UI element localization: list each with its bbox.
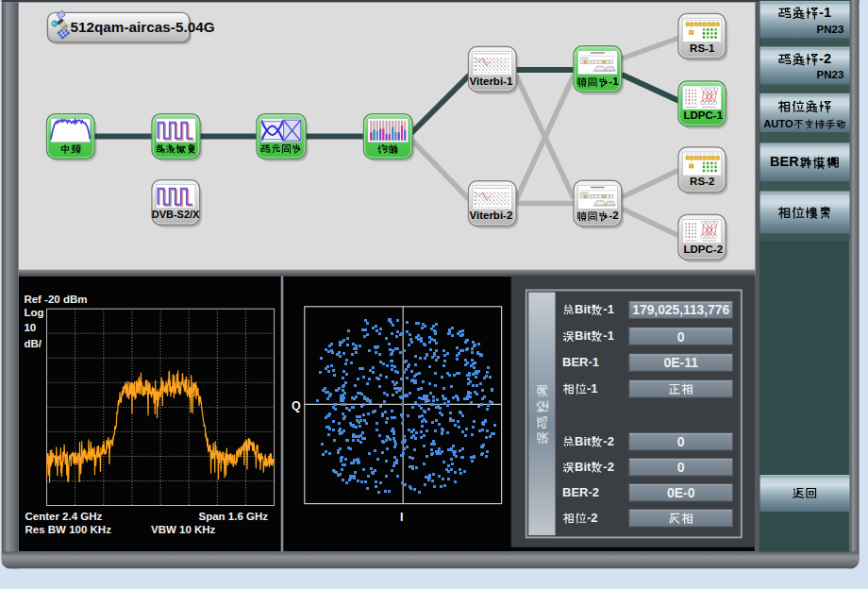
- svg-text:0E-0: 0E-0: [667, 485, 695, 500]
- svg-text:Center 2.4 GHz: Center 2.4 GHz: [25, 511, 103, 522]
- svg-text:AUTO: AUTO: [763, 118, 793, 129]
- svg-text:0: 0: [677, 434, 685, 449]
- svg-text:Bit: Bit: [575, 434, 592, 448]
- svg-text:Bit: Bit: [575, 302, 592, 316]
- svg-text:Q: Q: [292, 399, 301, 412]
- svg-text:VBW 10 KHz: VBW 10 KHz: [151, 524, 216, 535]
- svg-text:DVB-S2/X: DVB-S2/X: [152, 209, 200, 220]
- svg-text:Bit: Bit: [575, 460, 592, 474]
- svg-text:PN23: PN23: [817, 69, 844, 80]
- svg-text:RS-1: RS-1: [690, 42, 715, 54]
- svg-text:-2: -2: [609, 210, 618, 221]
- svg-text:Ref -20 dBm: Ref -20 dBm: [24, 294, 87, 305]
- svg-text:-2: -2: [587, 511, 598, 525]
- svg-text:PN23: PN23: [817, 24, 844, 35]
- svg-text:Bit: Bit: [575, 328, 592, 343]
- svg-text:0: 0: [677, 329, 685, 345]
- svg-text:-1: -1: [609, 76, 619, 87]
- svg-text:LDPC-2: LDPC-2: [684, 244, 724, 255]
- svg-text:LDPC-1: LDPC-1: [684, 109, 724, 121]
- svg-text:0E-11: 0E-11: [663, 355, 698, 370]
- svg-text:-1: -1: [603, 328, 614, 343]
- svg-text:I: I: [400, 511, 403, 524]
- svg-text:BER-2: BER-2: [562, 485, 599, 499]
- svg-text:Res BW 100 KHz: Res BW 100 KHz: [25, 524, 112, 535]
- svg-text:-2: -2: [603, 460, 614, 474]
- svg-text:Span 1.6 GHz: Span 1.6 GHz: [199, 511, 269, 522]
- svg-text:BER: BER: [770, 154, 799, 169]
- svg-text:179,025,113,776: 179,025,113,776: [632, 303, 729, 317]
- svg-text:Viterbi-1: Viterbi-1: [470, 76, 513, 87]
- svg-text:10: 10: [24, 322, 36, 333]
- svg-text:-2: -2: [819, 51, 831, 66]
- svg-text:-1: -1: [587, 381, 598, 395]
- svg-text:Log: Log: [24, 307, 43, 318]
- svg-text:Viterbi-2: Viterbi-2: [470, 210, 513, 221]
- svg-text:-1: -1: [819, 5, 831, 20]
- svg-text:dB/: dB/: [24, 338, 42, 349]
- svg-text:RS-2: RS-2: [690, 176, 714, 187]
- svg-text:-2: -2: [603, 434, 614, 448]
- svg-text:0: 0: [677, 460, 685, 475]
- svg-text:BER-1: BER-1: [562, 355, 599, 369]
- svg-text:512qam-aircas-5.04G: 512qam-aircas-5.04G: [71, 19, 215, 35]
- svg-text:-1: -1: [603, 302, 614, 316]
